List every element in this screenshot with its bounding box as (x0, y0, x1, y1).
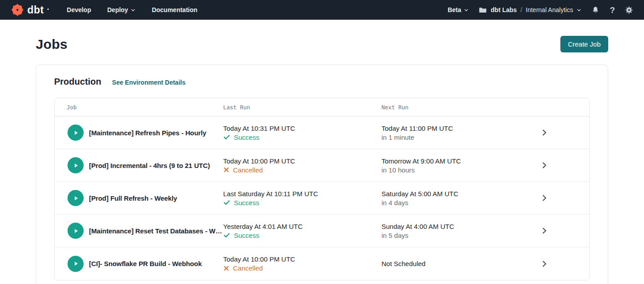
next-run-time: Tomorrow At 9:00 AM UTC (381, 157, 540, 165)
nav-item-deploy[interactable]: Deploy (107, 6, 136, 13)
last-run-time: Today At 10:00 PM UTC (223, 255, 381, 263)
nav-item-label: Documentation (152, 6, 197, 13)
folder-icon (479, 6, 487, 14)
chevron-down-icon (131, 8, 136, 13)
last-run-time: Today At 10:31 PM UTC (223, 125, 381, 132)
next-run-time: Saturday At 5:00 AM UTC (381, 190, 540, 198)
next-run-cell: Not Scheduled (381, 260, 540, 267)
breadcrumb-account[interactable]: dbt Labs (491, 6, 517, 13)
next-run-relative: in 4 days (381, 199, 540, 207)
next-run-time: Not Scheduled (381, 260, 540, 267)
dbt-logo-icon (11, 3, 24, 17)
column-header-last-run: Last Run (223, 104, 381, 111)
last-run-time: Today At 10:00 PM UTC (223, 157, 381, 165)
next-run-relative: in 1 minute (381, 133, 540, 141)
status-badge: Success (234, 232, 259, 239)
chevron-right-icon[interactable] (540, 194, 589, 202)
last-run-time: Yesterday At 4:01 AM UTC (223, 223, 381, 230)
status-badge: Cancelled (233, 166, 263, 174)
success-check-icon (223, 232, 230, 239)
status-line: Success (223, 232, 381, 239)
status-line: Success (223, 133, 381, 141)
play-icon (72, 228, 79, 234)
dbt-wordmark-dot (47, 9, 49, 10)
play-icon (72, 195, 79, 202)
play-icon (72, 162, 79, 169)
chevron-right-icon[interactable] (540, 226, 589, 235)
cancelled-x-icon (223, 265, 229, 271)
last-run-cell: Yesterday At 4:01 AM UTC Success (223, 223, 381, 239)
dbt-logo[interactable]: dbt (11, 3, 49, 17)
last-run-time: Last Saturday At 10:11 PM UTC (223, 190, 381, 198)
page-header: Jobs Create Job (0, 20, 644, 52)
navbar-right: Beta dbt Labs / Internal Analytics ? (448, 6, 633, 14)
next-run-time: Sunday At 4:00 AM UTC (381, 223, 540, 230)
table-row[interactable]: [CI]- Snowflake PR Build - Webhook Today… (55, 247, 589, 280)
job-name: [Prod] Full Refresh - Weekly (89, 194, 223, 202)
top-navbar: dbt Develop Deploy Documentation Beta d (0, 0, 644, 20)
status-badge: Cancelled (233, 264, 263, 272)
success-check-icon (223, 133, 230, 141)
next-run-relative: in 5 days (381, 232, 540, 239)
last-run-cell: Today At 10:00 PM UTC Cancelled (223, 157, 381, 174)
table-row[interactable]: [Prod] Full Refresh - Weekly Last Saturd… (55, 182, 589, 215)
settings-gear-icon[interactable] (625, 6, 633, 14)
next-run-relative: in 10 hours (381, 166, 540, 174)
help-icon[interactable]: ? (610, 6, 615, 14)
run-job-play-button[interactable] (68, 223, 84, 239)
chevron-right-icon[interactable] (540, 128, 589, 137)
success-check-icon (223, 199, 230, 206)
status-badge: Success (234, 199, 259, 207)
table-row[interactable]: [Maintenance] Refresh Pipes - Hourly Tod… (55, 116, 589, 149)
job-name: [Maintenance] Refresh Pipes - Hourly (89, 129, 223, 137)
last-run-cell: Today At 10:31 PM UTC Success (223, 125, 381, 141)
run-job-play-button[interactable] (68, 190, 84, 206)
nav-item-label: Develop (67, 6, 91, 13)
nav-item-label: Deploy (107, 6, 128, 13)
main-nav: Develop Deploy Documentation (67, 6, 197, 13)
job-name: [Prod] Incremental - 4hrs (9 to 21 UTC) (89, 162, 223, 169)
beta-dropdown[interactable]: Beta (448, 6, 469, 13)
table-header-row: Job Last Run Next Run (55, 98, 589, 116)
last-run-cell: Last Saturday At 10:11 PM UTC Success (223, 190, 381, 207)
see-environment-details-link[interactable]: See Environment Details (112, 79, 186, 86)
column-header-next-run: Next Run (381, 104, 589, 111)
job-name: [CI]- Snowflake PR Build - Webhook (89, 260, 223, 267)
breadcrumb: dbt Labs / Internal Analytics (479, 6, 581, 14)
column-header-job: Job (67, 104, 223, 111)
chevron-down-icon[interactable] (576, 8, 581, 13)
run-job-play-button[interactable] (68, 256, 84, 272)
chevron-right-icon[interactable] (540, 259, 589, 268)
status-badge: Success (234, 133, 259, 141)
chevron-down-icon (464, 8, 469, 13)
table-row[interactable]: [Prod] Incremental - 4hrs (9 to 21 UTC) … (55, 149, 589, 182)
dbt-wordmark: dbt (27, 4, 44, 16)
breadcrumb-separator: / (521, 6, 522, 13)
nav-item-documentation[interactable]: Documentation (152, 6, 197, 13)
breadcrumb-project[interactable]: Internal Analytics (526, 6, 573, 13)
run-job-play-button[interactable] (68, 157, 84, 173)
nav-item-develop[interactable]: Develop (67, 6, 91, 13)
create-job-button[interactable]: Create Job (560, 36, 608, 52)
status-line: Cancelled (223, 166, 381, 174)
next-run-cell: Saturday At 5:00 AM UTC in 4 days (381, 190, 540, 207)
next-run-cell: Sunday At 4:00 AM UTC in 5 days (381, 223, 540, 239)
cancelled-x-icon (223, 167, 229, 173)
jobs-table: Job Last Run Next Run [Maintenance] Refr… (54, 98, 590, 280)
chevron-right-icon[interactable] (540, 161, 589, 170)
next-run-cell: Today At 11:00 PM UTC in 1 minute (381, 125, 540, 141)
table-row[interactable]: [Maintenance] Reset Test Databases - W… … (55, 215, 589, 247)
next-run-time: Today At 11:00 PM UTC (381, 125, 540, 132)
page-title: Jobs (36, 37, 68, 52)
beta-label: Beta (448, 6, 461, 13)
notifications-bell-icon[interactable] (591, 6, 600, 14)
last-run-cell: Today At 10:00 PM UTC Cancelled (223, 255, 381, 272)
environment-card: Production See Environment Details Job L… (36, 65, 608, 284)
environment-name: Production (54, 77, 102, 87)
status-line: Success (223, 199, 381, 207)
run-job-play-button[interactable] (68, 125, 84, 141)
play-icon (72, 129, 79, 136)
status-line: Cancelled (223, 264, 381, 272)
environment-header: Production See Environment Details (54, 77, 590, 87)
play-icon (72, 260, 79, 267)
